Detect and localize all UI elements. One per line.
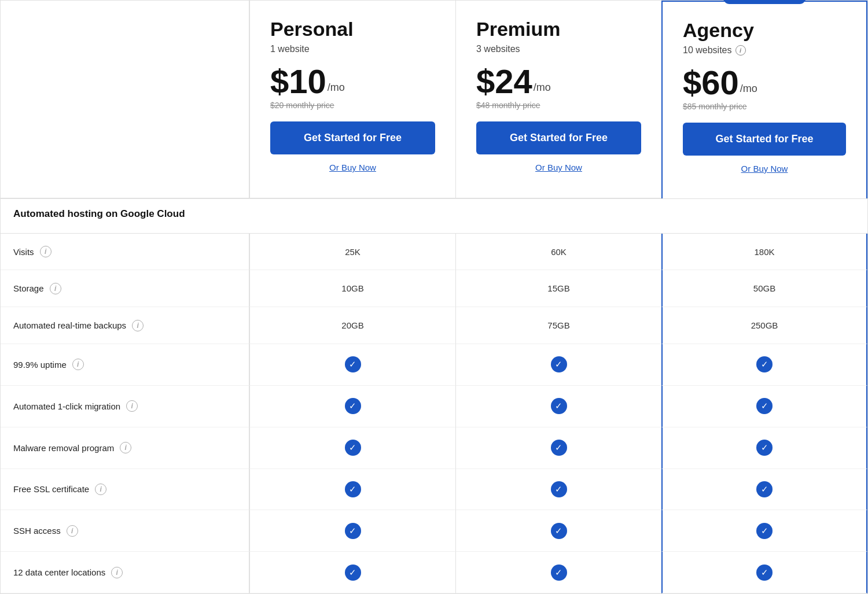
plan-price-amount-premium: $24 [476, 65, 532, 98]
check-icon-4-0: ✓ [345, 398, 361, 414]
feature-value-0-0: 25K [249, 234, 455, 271]
feature-value-4-1: ✓ [455, 386, 661, 427]
check-icon-5-1: ✓ [551, 440, 567, 456]
feature-label-1: Storagei [1, 270, 249, 307]
feature-value-7-2: ✓ [661, 510, 867, 552]
plan-sites-agency: 10 websitesi [683, 45, 846, 56]
plan-price-amount-agency: $60 [683, 66, 739, 99]
feature-value-text-0-1: 60K [551, 247, 567, 257]
feature-value-3-0: ✓ [249, 344, 455, 386]
feature-value-text-2-2: 250GB [751, 320, 778, 330]
feature-value-text-2-0: 20GB [341, 320, 363, 330]
feature-info-icon-5[interactable]: i [120, 442, 131, 453]
feature-info-icon-3[interactable]: i [72, 359, 84, 370]
feature-value-2-1: 75GB [455, 307, 661, 344]
plan-sites-personal: 1 website [270, 44, 435, 54]
pricing-table: Personal 1 website $10 /mo $20 monthly p… [0, 0, 868, 594]
feature-value-5-0: ✓ [249, 427, 455, 469]
plan-original-price-personal: $20 monthly price [270, 101, 435, 110]
get-started-button-personal[interactable]: Get Started for Free [270, 121, 435, 154]
feature-label-2: Automated real-time backupsi [1, 307, 249, 344]
sites-info-icon[interactable]: i [735, 45, 746, 56]
feature-value-3-1: ✓ [455, 344, 661, 386]
most-popular-badge: MOST POPULAR [723, 0, 806, 4]
plan-price-period-agency: /mo [740, 83, 757, 95]
feature-label-text-7: SSH access [13, 526, 61, 536]
feature-label-4: Automated 1-click migrationi [1, 386, 249, 427]
feature-value-6-1: ✓ [455, 469, 661, 511]
feature-value-2-2: 250GB [661, 307, 867, 344]
plan-price-period-personal: /mo [328, 82, 345, 94]
check-icon-7-1: ✓ [551, 523, 567, 539]
buy-now-link-premium[interactable]: Or Buy Now [476, 163, 641, 172]
feature-value-text-0-2: 180K [754, 247, 774, 257]
feature-value-8-1: ✓ [455, 552, 661, 593]
get-started-button-premium[interactable]: Get Started for Free [476, 121, 641, 154]
check-icon-7-2: ✓ [756, 523, 773, 539]
feature-value-5-2: ✓ [661, 427, 867, 469]
feature-value-text-2-1: 75GB [547, 320, 569, 330]
check-icon-5-0: ✓ [345, 440, 361, 456]
plan-original-price-premium: $48 monthly price [476, 101, 641, 110]
plan-header-agency: MOST POPULAR Agency 10 websitesi $60 /mo… [661, 1, 867, 198]
plan-name-premium: Premium [476, 18, 641, 40]
feature-label-text-3: 99.9% uptime [13, 360, 67, 370]
feature-info-icon-1[interactable]: i [50, 283, 61, 294]
buy-now-link-agency[interactable]: Or Buy Now [683, 164, 846, 174]
feature-value-4-2: ✓ [661, 386, 867, 427]
check-icon-8-1: ✓ [551, 565, 567, 581]
feature-value-7-0: ✓ [249, 510, 455, 552]
feature-value-text-0-0: 25K [345, 247, 361, 257]
buy-now-link-personal[interactable]: Or Buy Now [270, 163, 435, 172]
feature-value-7-1: ✓ [455, 510, 661, 552]
plan-name-agency: Agency [683, 19, 846, 42]
feature-value-8-2: ✓ [661, 552, 867, 593]
feature-info-icon-6[interactable]: i [95, 484, 106, 495]
feature-info-icon-7[interactable]: i [67, 525, 78, 537]
section-row-hosting: Automated hosting on Google Cloud [1, 198, 867, 234]
check-icon-3-1: ✓ [551, 356, 567, 372]
plan-price-amount-personal: $10 [270, 65, 326, 98]
check-icon-3-2: ✓ [756, 356, 773, 372]
check-icon-4-2: ✓ [756, 398, 773, 414]
feature-value-0-1: 60K [455, 234, 661, 271]
plan-name-personal: Personal [270, 18, 435, 40]
feature-label-text-2: Automated real-time backups [13, 320, 126, 330]
feature-label-8: 12 data center locationsi [1, 552, 249, 593]
check-icon-4-1: ✓ [551, 398, 567, 414]
plan-price-period-premium: /mo [534, 82, 551, 94]
check-icon-7-0: ✓ [345, 523, 361, 539]
feature-value-3-2: ✓ [661, 344, 867, 386]
feature-value-text-1-1: 15GB [547, 283, 569, 293]
feature-label-text-1: Storage [13, 283, 44, 293]
feature-info-icon-8[interactable]: i [111, 567, 123, 578]
check-icon-6-1: ✓ [551, 481, 567, 497]
check-icon-6-0: ✓ [345, 481, 361, 497]
feature-value-1-1: 15GB [455, 270, 661, 307]
plan-header-personal: Personal 1 website $10 /mo $20 monthly p… [249, 1, 455, 198]
header-empty-cell [1, 1, 249, 198]
feature-info-icon-0[interactable]: i [40, 246, 52, 257]
feature-label-0: Visitsi [1, 234, 249, 271]
feature-value-1-2: 50GB [661, 270, 867, 307]
get-started-button-agency[interactable]: Get Started for Free [683, 123, 846, 156]
feature-value-0-2: 180K [661, 234, 867, 271]
plan-price-row-personal: $10 /mo [270, 65, 435, 98]
plan-price-row-agency: $60 /mo [683, 66, 846, 99]
feature-value-6-2: ✓ [661, 469, 867, 511]
feature-info-icon-2[interactable]: i [132, 320, 144, 331]
feature-label-text-5: Malware removal program [13, 443, 114, 453]
check-icon-6-2: ✓ [756, 481, 773, 497]
feature-label-3: 99.9% uptimei [1, 344, 249, 386]
plan-sites-premium: 3 websites [476, 44, 641, 54]
check-icon-8-2: ✓ [756, 565, 773, 581]
feature-value-1-0: 10GB [249, 270, 455, 307]
feature-info-icon-4[interactable]: i [126, 400, 138, 412]
check-icon-3-0: ✓ [345, 356, 361, 372]
check-icon-5-2: ✓ [756, 440, 773, 456]
feature-label-text-8: 12 data center locations [13, 567, 105, 577]
feature-label-6: Free SSL certificatei [1, 469, 249, 511]
plan-price-row-premium: $24 /mo [476, 65, 641, 98]
feature-value-8-0: ✓ [249, 552, 455, 593]
feature-label-text-6: Free SSL certificate [13, 484, 89, 494]
